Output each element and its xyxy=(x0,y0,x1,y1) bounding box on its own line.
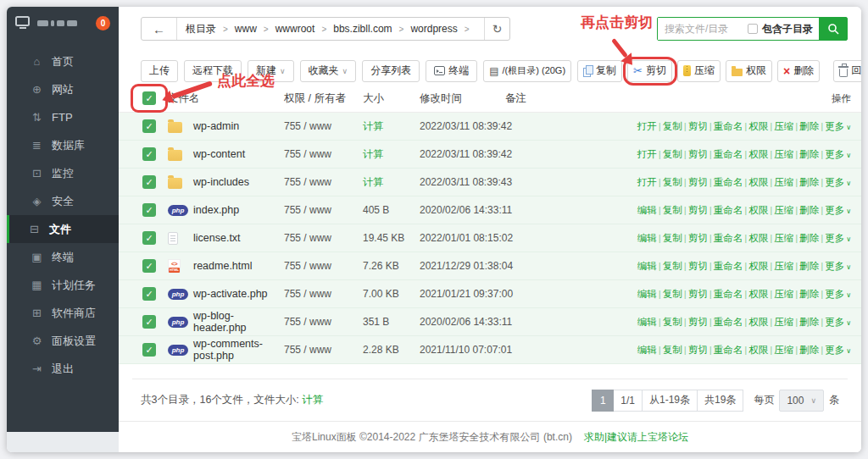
table-row[interactable]: ✓ wp-includes 755 / www 计算 2022/03/11 08… xyxy=(119,169,861,196)
row-checkbox[interactable]: ✓ xyxy=(142,147,156,161)
row-action[interactable]: 打开 xyxy=(637,177,657,187)
row-action[interactable]: 权限 xyxy=(748,233,768,243)
message-count-badge[interactable]: 0 xyxy=(96,16,110,30)
terminal-button[interactable]: 终端 xyxy=(426,60,477,82)
row-action[interactable]: 剪切 xyxy=(688,261,708,271)
subdir-checkbox[interactable] xyxy=(748,24,758,34)
row-action[interactable]: 剪切 xyxy=(688,177,708,187)
breadcrumb-item[interactable]: www xyxy=(235,23,257,35)
sidebar-item[interactable]: ⇅ FTP xyxy=(7,103,119,131)
file-name[interactable]: wp-admin xyxy=(193,120,284,132)
header-size[interactable]: 大小 xyxy=(363,91,420,106)
file-name[interactable]: wp-activate.php xyxy=(193,288,284,300)
sidebar-item[interactable]: ◈ 安全 xyxy=(7,187,119,215)
row-action[interactable]: 打开 xyxy=(637,149,657,159)
row-action[interactable]: 编辑 xyxy=(637,345,657,355)
row-action[interactable]: 重命名 xyxy=(714,289,743,299)
row-action[interactable]: 重命名 xyxy=(714,317,743,327)
header-mtime[interactable]: 修改时间 xyxy=(420,91,505,106)
select-all-checkbox[interactable]: ✓ xyxy=(142,91,156,105)
forum-link[interactable]: 求助|建议请上宝塔论坛 xyxy=(584,430,688,445)
row-action[interactable]: 删除 xyxy=(799,345,819,355)
row-action[interactable]: 复制 xyxy=(663,177,682,187)
row-checkbox[interactable]: ✓ xyxy=(142,343,156,357)
row-action[interactable]: 更多∨ xyxy=(825,149,851,159)
sidebar-item[interactable]: ≣ 数据库 xyxy=(7,131,119,159)
sidebar-item[interactable]: ▦ 计划任务 xyxy=(7,271,119,299)
new-button[interactable]: 新建∨ xyxy=(248,60,294,82)
row-action[interactable]: 重命名 xyxy=(714,261,743,271)
row-action[interactable]: 更多∨ xyxy=(825,121,851,131)
row-action[interactable]: 删除 xyxy=(799,261,819,271)
delete-button[interactable]: ×删除 xyxy=(777,60,820,82)
row-action[interactable]: 权限 xyxy=(748,317,768,327)
row-checkbox[interactable]: ✓ xyxy=(142,119,156,133)
row-action[interactable]: 复制 xyxy=(663,233,682,243)
row-checkbox[interactable]: ✓ xyxy=(142,203,156,217)
row-action[interactable]: 编辑 xyxy=(637,205,657,215)
share-list-button[interactable]: 分享列表 xyxy=(362,60,420,82)
row-action[interactable]: 剪切 xyxy=(688,345,708,355)
recycle-bin-button[interactable]: 回收站 xyxy=(833,60,861,82)
row-action[interactable]: 删除 xyxy=(799,233,819,243)
table-row[interactable]: ✓ wp-content 755 / www 计算 2022/03/11 08:… xyxy=(119,141,861,169)
breadcrumb-item[interactable]: 根目录 xyxy=(186,22,216,36)
row-action[interactable]: 权限 xyxy=(748,177,768,187)
header-filename[interactable]: 文件名 xyxy=(168,91,284,106)
sidebar-item[interactable]: ⌂ 首页 xyxy=(7,47,119,75)
sidebar-item[interactable]: ⊟ 文件 xyxy=(7,215,119,243)
table-row[interactable]: ✓ wp-comments-post.php 755 / www 2.28 KB… xyxy=(119,336,861,364)
row-action[interactable]: 压缩 xyxy=(774,261,793,271)
row-action[interactable]: 权限 xyxy=(748,289,768,299)
row-action[interactable]: 编辑 xyxy=(637,289,657,299)
search-button[interactable] xyxy=(819,18,847,40)
row-action[interactable]: 更多∨ xyxy=(825,233,851,243)
row-action[interactable]: 复制 xyxy=(663,289,682,299)
row-action[interactable]: 更多∨ xyxy=(825,345,851,355)
back-button[interactable]: ← xyxy=(142,18,177,40)
row-action[interactable]: 剪切 xyxy=(688,149,708,159)
row-action[interactable]: 压缩 xyxy=(774,233,793,243)
row-action[interactable]: 权限 xyxy=(748,205,768,215)
row-action[interactable]: 复制 xyxy=(663,149,682,159)
row-action[interactable]: 重命名 xyxy=(714,121,743,131)
header-note[interactable]: 备注 xyxy=(505,91,634,106)
calc-size-link[interactable]: 计算 xyxy=(302,394,323,406)
file-name[interactable]: wp-content xyxy=(193,148,284,160)
disk-root-button[interactable]: ▤/(根目录) (20G) xyxy=(483,60,571,82)
row-action[interactable]: 重命名 xyxy=(714,177,743,187)
row-action[interactable]: 更多∨ xyxy=(825,317,851,327)
row-action[interactable]: 压缩 xyxy=(774,121,793,131)
table-row[interactable]: ✓ readme.html 755 / www 7.26 KB 2021/12/… xyxy=(119,252,861,280)
row-action[interactable]: 打开 xyxy=(637,121,657,131)
file-size[interactable]: 计算 xyxy=(363,175,420,190)
file-name[interactable]: wp-blog-header.php xyxy=(193,310,284,334)
row-action[interactable]: 复制 xyxy=(663,317,682,327)
row-action[interactable]: 权限 xyxy=(748,345,768,355)
row-action[interactable]: 编辑 xyxy=(637,317,657,327)
row-checkbox[interactable]: ✓ xyxy=(142,315,156,329)
row-action[interactable]: 复制 xyxy=(663,205,682,215)
table-row[interactable]: ✓ wp-activate.php 755 / www 7.00 KB 2021… xyxy=(119,280,861,308)
sidebar-item[interactable]: ⇥ 退出 xyxy=(7,355,119,383)
favorites-button[interactable]: 收藏夹∨ xyxy=(300,60,357,82)
refresh-button[interactable]: ↻ xyxy=(484,18,509,40)
row-action[interactable]: 剪切 xyxy=(688,121,708,131)
row-action[interactable]: 剪切 xyxy=(688,205,708,215)
row-action[interactable]: 重命名 xyxy=(714,149,743,159)
row-action[interactable]: 权限 xyxy=(748,149,768,159)
row-action[interactable]: 更多∨ xyxy=(825,261,851,271)
row-action[interactable]: 复制 xyxy=(663,345,682,355)
row-action[interactable]: 删除 xyxy=(799,317,819,327)
row-checkbox[interactable]: ✓ xyxy=(142,259,156,273)
file-name[interactable]: readme.html xyxy=(193,260,284,272)
compress-button[interactable]: 压缩 xyxy=(677,60,721,82)
row-action[interactable]: 剪切 xyxy=(688,289,708,299)
row-action[interactable]: 复制 xyxy=(663,121,682,131)
sidebar-item[interactable]: ▣ 终端 xyxy=(7,243,119,271)
page-1-button[interactable]: 1 xyxy=(592,390,614,412)
permission-button[interactable]: 权限 xyxy=(726,60,772,82)
file-name[interactable]: wp-includes xyxy=(193,176,284,188)
remote-download-button[interactable]: 远程下载 xyxy=(184,60,242,82)
row-action[interactable]: 压缩 xyxy=(774,289,793,299)
